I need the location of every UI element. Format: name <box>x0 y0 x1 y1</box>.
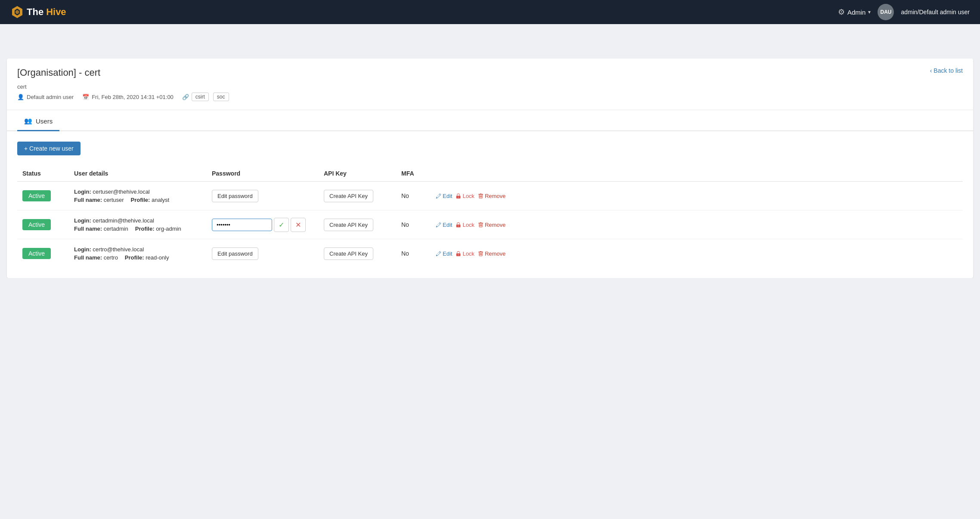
user-login: Login: certro@thehive.local <box>74 246 202 253</box>
create-api-key-button[interactable]: Create API Key <box>324 219 373 231</box>
user-fullname: Full name: certadmin <box>74 226 128 232</box>
org-user: 👤 Default admin user <box>17 94 74 100</box>
create-api-key-button[interactable]: Create API Key <box>324 247 373 260</box>
mfa-cell: No <box>396 239 431 268</box>
brand-the: The <box>27 6 43 18</box>
password-cell: Edit password <box>207 182 319 210</box>
org-user-name: Default admin user <box>27 94 74 100</box>
remove-link[interactable]: Remove <box>478 250 506 257</box>
remove-link[interactable]: Remove <box>478 193 506 199</box>
navbar-right: ⚙ Admin ▾ DAU admin/Default admin user <box>838 4 970 20</box>
admin-menu[interactable]: ⚙ Admin ▾ <box>838 7 871 17</box>
api-key-cell: Create API Key <box>319 239 396 268</box>
actions-group: Edit Lock Remove <box>436 222 958 228</box>
edit-link[interactable]: Edit <box>436 222 452 228</box>
password-cancel-button[interactable]: ✕ <box>291 218 306 232</box>
edit-icon <box>436 251 441 256</box>
actions-group: Edit Lock Remove <box>436 250 958 257</box>
admin-label: Admin <box>847 9 866 16</box>
col-header-actions <box>431 166 963 182</box>
api-key-cell: Create API Key <box>319 182 396 210</box>
user-fullname: Full name: certro <box>74 254 118 261</box>
mfa-cell: No <box>396 210 431 239</box>
edit-password-button[interactable]: Edit password <box>212 247 258 260</box>
gear-icon: ⚙ <box>838 7 845 17</box>
org-details: 👤 Default admin user 📅 Fri, Feb 28th, 20… <box>17 93 231 101</box>
mfa-cell: No <box>396 182 431 210</box>
lock-icon <box>456 222 461 228</box>
mfa-value: No <box>401 221 409 228</box>
user-details-cell: Login: certadmin@thehive.local Full name… <box>69 210 207 239</box>
lock-link[interactable]: Lock <box>456 250 474 257</box>
org-date-text: Fri, Feb 28th, 2020 14:31 +01:00 <box>92 94 174 100</box>
api-key-cell: Create API Key <box>319 210 396 239</box>
calendar-icon: 📅 <box>82 94 89 100</box>
table-row: Active Login: certadmin@thehive.local Fu… <box>17 210 963 239</box>
tab-users[interactable]: 👥 Users <box>17 112 59 131</box>
remove-link[interactable]: Remove <box>478 222 506 228</box>
password-confirm-button[interactable]: ✓ <box>274 218 289 232</box>
col-header-mfa: MFA <box>396 166 431 182</box>
lock-icon <box>456 193 461 199</box>
edit-icon <box>436 222 441 228</box>
lock-link[interactable]: Lock <box>456 193 474 199</box>
org-header: [Organisation] - cert cert 👤 Default adm… <box>7 59 973 110</box>
status-cell: Active <box>17 182 69 210</box>
table-row: Active Login: certuser@thehive.local Ful… <box>17 182 963 210</box>
user-info: admin/Default admin user <box>901 9 970 15</box>
password-cell: ✓ ✕ <box>207 210 319 239</box>
chevron-left-icon: ‹ <box>930 67 932 74</box>
user-login: Login: certuser@thehive.local <box>74 188 202 195</box>
trash-icon <box>478 251 484 256</box>
status-badge: Active <box>22 248 51 259</box>
users-section: + Create new user Status User details Pa… <box>7 131 973 278</box>
col-header-status: Status <box>17 166 69 182</box>
create-new-user-button[interactable]: + Create new user <box>17 142 81 155</box>
table-row: Active Login: certro@thehive.local Full … <box>17 239 963 268</box>
edit-link[interactable]: Edit <box>436 250 452 257</box>
col-header-password: Password <box>207 166 319 182</box>
actions-cell: Edit Lock Remove <box>431 182 963 210</box>
edit-icon <box>436 193 441 199</box>
user-login: Login: certadmin@thehive.local <box>74 217 202 224</box>
mfa-value: No <box>401 250 409 257</box>
back-to-list-text: Back to list <box>933 67 963 74</box>
edit-link[interactable]: Edit <box>436 193 452 199</box>
users-tbody: Active Login: certuser@thehive.local Ful… <box>17 182 963 268</box>
password-cell: Edit password <box>207 239 319 268</box>
hive-logo-icon <box>10 5 24 19</box>
trash-icon <box>478 222 484 228</box>
user-details-cell: Login: certuser@thehive.local Full name:… <box>69 182 207 210</box>
password-input[interactable] <box>212 219 272 231</box>
actions-cell: Edit Lock Remove <box>431 239 963 268</box>
subheader-spacer <box>0 24 980 59</box>
chevron-down-icon: ▾ <box>868 9 871 15</box>
user-fullname: Full name: certuser <box>74 197 124 203</box>
avatar: DAU <box>878 4 894 20</box>
users-table: Status User details Password API Key MFA… <box>17 166 963 268</box>
edit-password-button[interactable]: Edit password <box>212 190 258 202</box>
status-cell: Active <box>17 210 69 239</box>
user-profile: Profile: org-admin <box>135 226 181 232</box>
users-tab-icon: 👥 <box>24 117 32 125</box>
users-tab-label: Users <box>36 117 53 125</box>
col-header-api-key: API Key <box>319 166 396 182</box>
lock-icon <box>456 251 461 256</box>
tabs-section: 👥 Users <box>7 112 973 131</box>
create-api-key-button[interactable]: Create API Key <box>324 190 373 202</box>
main-card: [Organisation] - cert cert 👤 Default adm… <box>7 59 973 278</box>
org-info: [Organisation] - cert cert 👤 Default adm… <box>17 67 231 101</box>
brand-hive: Hive <box>46 6 66 18</box>
trash-icon <box>478 193 484 199</box>
org-date: 📅 Fri, Feb 28th, 2020 14:31 +01:00 <box>82 94 174 100</box>
org-title: [Organisation] - cert <box>17 67 231 78</box>
brand[interactable]: TheHive <box>10 5 66 19</box>
actions-cell: Edit Lock Remove <box>431 210 963 239</box>
col-header-user-details: User details <box>69 166 207 182</box>
status-cell: Active <box>17 239 69 268</box>
user-profile: Profile: analyst <box>131 197 170 203</box>
back-to-list-link[interactable]: ‹ Back to list <box>930 67 963 74</box>
password-input-group: ✓ ✕ <box>212 218 313 232</box>
status-badge: Active <box>22 190 51 201</box>
lock-link[interactable]: Lock <box>456 222 474 228</box>
